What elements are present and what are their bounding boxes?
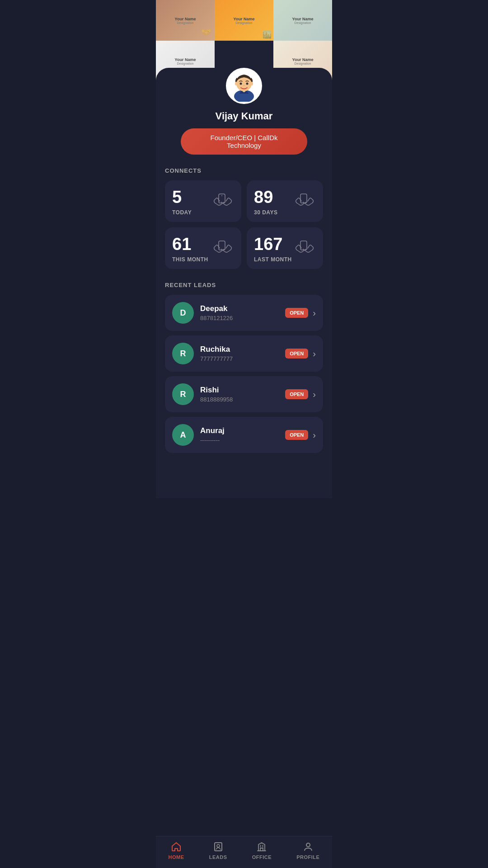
- svg-point-13: [217, 844, 220, 847]
- nav-home[interactable]: HOME: [169, 841, 184, 860]
- stats-grid: 5 TODAY: [165, 180, 323, 269]
- lead-phone-anuraj: ----------: [200, 437, 285, 443]
- lead-phone-deepak: 8878121226: [200, 315, 285, 321]
- office-icon: [256, 841, 267, 853]
- lead-status-deepak: OPEN: [285, 308, 308, 318]
- stat-today-number: 5: [172, 189, 192, 206]
- stat-last-month-number: 167: [254, 236, 292, 253]
- lead-status-anuraj: OPEN: [285, 430, 308, 440]
- lead-avatar-anuraj: A: [172, 424, 194, 446]
- gallery-card-2[interactable]: Your Name Designation 🏙️: [215, 0, 273, 41]
- gallery-card-3[interactable]: Your Name Designation: [273, 0, 332, 41]
- lead-info-rishi: Rishi 8818889958: [200, 386, 285, 403]
- nav-leads[interactable]: LEADS: [209, 841, 227, 860]
- user-name: Vijay Kumar: [165, 110, 323, 122]
- stat-this-month[interactable]: 61 THIS MONTH: [165, 227, 241, 269]
- svg-point-5: [235, 82, 238, 85]
- lead-item-ruchika[interactable]: R Ruchika 7777777777 OPEN ›: [165, 335, 323, 372]
- lead-avatar-ruchika: R: [172, 343, 194, 364]
- stat-this-month-period: THIS MONTH: [172, 256, 208, 263]
- stat-this-month-number: 61: [172, 236, 208, 253]
- nav-profile[interactable]: PROFILE: [296, 841, 319, 860]
- lead-item-deepak[interactable]: D Deepak 8878121226 OPEN ›: [165, 295, 323, 331]
- svg-rect-9: [300, 194, 307, 203]
- lead-phone-rishi: 8818889958: [200, 396, 285, 403]
- stat-today[interactable]: 5 TODAY: [165, 180, 241, 222]
- avatar: [226, 68, 262, 104]
- lead-item-anuraj[interactable]: A Anuraj ---------- OPEN ›: [165, 417, 323, 453]
- handshake-icon-last-month: [293, 237, 316, 262]
- svg-point-3: [240, 83, 242, 85]
- chevron-icon-ruchika: ›: [313, 349, 316, 359]
- stat-30days-number: 89: [254, 189, 277, 206]
- lead-item-rishi[interactable]: R Rishi 8818889958 OPEN ›: [165, 376, 323, 412]
- nav-office[interactable]: OFFICE: [252, 841, 272, 860]
- leads-section: RECENT LEADS D Deepak 8878121226 OPEN › …: [165, 282, 323, 453]
- nav-profile-label: PROFILE: [296, 854, 319, 860]
- handshake-icon-today: [211, 190, 234, 215]
- nav-office-label: OFFICE: [252, 854, 272, 860]
- chevron-icon-anuraj: ›: [313, 430, 316, 440]
- lead-info-deepak: Deepak 8878121226: [200, 304, 285, 321]
- stat-last-month-period: LAST MONTH: [254, 256, 292, 263]
- chevron-icon-deepak: ›: [313, 308, 316, 318]
- svg-rect-10: [219, 241, 225, 250]
- handshake-icon-this-month: [211, 237, 234, 262]
- leads-label: RECENT LEADS: [165, 282, 323, 288]
- stat-last-month[interactable]: 167 LAST MONTH: [247, 227, 323, 269]
- chevron-icon-rishi: ›: [313, 389, 316, 400]
- stat-today-period: TODAY: [172, 209, 192, 216]
- lead-info-anuraj: Anuraj ----------: [200, 426, 285, 443]
- bottom-nav: HOME LEADS OFFICE PROFILE: [156, 836, 332, 868]
- lead-status-rishi: OPEN: [285, 389, 308, 399]
- svg-point-4: [246, 83, 249, 85]
- avatar-wrapper: [165, 68, 323, 108]
- lead-status-ruchika: OPEN: [285, 349, 308, 359]
- stat-30days[interactable]: 89 30 DAYS: [247, 180, 323, 222]
- profile-icon: [302, 841, 314, 853]
- profile-section: Vijay Kumar Founder/CEO | CallDk Technol…: [156, 68, 332, 498]
- avatar-illustration: [228, 70, 260, 102]
- gallery-card-1[interactable]: Your Name Designation 🤝: [156, 0, 215, 41]
- svg-rect-11: [300, 241, 307, 250]
- stat-30days-period: 30 DAYS: [254, 209, 277, 216]
- handshake-icon-30days: [293, 190, 316, 215]
- home-icon: [170, 841, 182, 853]
- lead-phone-ruchika: 7777777777: [200, 355, 285, 362]
- svg-point-6: [250, 82, 253, 85]
- nav-home-label: HOME: [169, 854, 184, 860]
- nav-leads-label: LEADS: [209, 854, 227, 860]
- role-badge: Founder/CEO | CallDk Technology: [181, 128, 307, 155]
- svg-point-14: [306, 843, 310, 847]
- connects-label: CONNECTS: [165, 167, 323, 174]
- lead-name-rishi: Rishi: [200, 386, 285, 395]
- lead-name-ruchika: Ruchika: [200, 345, 285, 354]
- leads-icon: [212, 841, 224, 853]
- lead-avatar-deepak: D: [172, 302, 194, 324]
- lead-name-deepak: Deepak: [200, 304, 285, 313]
- lead-name-anuraj: Anuraj: [200, 426, 285, 435]
- connects-section: CONNECTS 5 TODAY: [165, 167, 323, 269]
- lead-info-ruchika: Ruchika 7777777777: [200, 345, 285, 362]
- lead-avatar-rishi: R: [172, 383, 194, 405]
